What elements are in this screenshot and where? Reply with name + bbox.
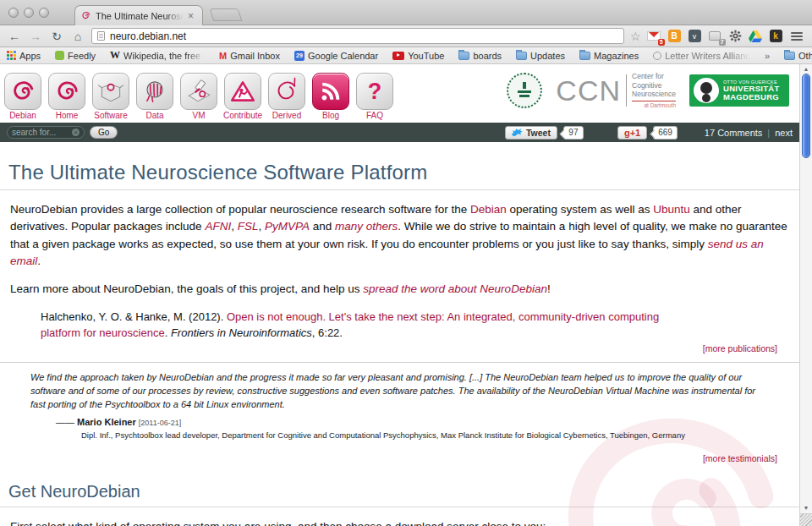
bookmark-label: Other Bookmarks (798, 51, 812, 61)
google-plus-one-button[interactable]: g+1 (617, 126, 647, 140)
window-minimize-button[interactable] (24, 8, 34, 18)
home-icon[interactable]: ⌂ (70, 30, 85, 42)
bookmark-folder-boards[interactable]: boards (458, 51, 502, 61)
intro-paragraph: NeuroDebian provides a large collection … (10, 201, 787, 270)
other-bookmarks-folder[interactable]: Other Bookmarks (784, 51, 812, 61)
nav-item-data[interactable]: Data (134, 73, 175, 120)
bookmark-star-icon[interactable]: ☆ (630, 30, 641, 43)
scrollbar-thumb[interactable] (802, 74, 810, 158)
nav-label: VM (193, 111, 206, 120)
tweet-button[interactable]: Tweet (505, 126, 557, 140)
back-icon[interactable]: ← (7, 30, 22, 42)
reload-icon[interactable]: ↻ (49, 30, 64, 42)
forward-icon[interactable]: → (28, 30, 43, 42)
vm-syringe-icon (180, 73, 217, 110)
bookmark-gmail[interactable]: M Gmail Inbox (219, 51, 280, 61)
browser-tab[interactable]: The Ultimate Neuroscience × (74, 5, 203, 25)
nav-item-contribute[interactable]: Contribute (222, 73, 263, 120)
testimonial-name: Mario Kleiner (77, 417, 136, 427)
scroll-down-icon[interactable]: ▼ (800, 505, 812, 511)
google-drive-extension-icon[interactable] (749, 29, 763, 43)
bookmark-label: Apps (19, 51, 41, 61)
testimonial-affiliation: Dipl. Inf., Psychtoolbox lead developer,… (81, 430, 799, 440)
window-zoom-button[interactable] (39, 8, 49, 18)
many-others-link[interactable]: many others (335, 220, 398, 233)
bookmarks-overflow-chevron[interactable]: » (765, 51, 770, 61)
folder-icon (579, 52, 590, 60)
ccn-divider (626, 74, 627, 107)
nav-item-faq[interactable]: ? FAQ (354, 73, 395, 120)
blogger-extension-icon[interactable]: B (667, 29, 682, 43)
bookmark-label: Google Calendar (308, 51, 378, 61)
next-link[interactable]: next (775, 128, 793, 138)
site-search[interactable]: × (7, 126, 85, 139)
more-publications-link[interactable]: [more publications] (0, 343, 777, 353)
fsl-link[interactable]: FSL (238, 220, 259, 233)
learn-paragraph: Learn more about NeuroDebian, the goals … (10, 281, 787, 298)
ring-icon (653, 52, 661, 60)
site-nav: Debian Home Software Data VM Contribute (3, 73, 395, 120)
apps-grid-icon (7, 51, 16, 60)
gmail-extension-icon[interactable]: 5 (647, 29, 661, 43)
rss-icon (312, 73, 349, 110)
gear-icon[interactable] (728, 29, 743, 43)
address-bar[interactable]: neuro.debian.net (91, 28, 624, 44)
afni-link[interactable]: AFNI (205, 220, 231, 233)
window-resize-grip[interactable] (800, 513, 812, 526)
tab-close-icon[interactable]: × (188, 11, 194, 21)
more-testimonials-link[interactable]: [more testimonials] (0, 453, 777, 463)
pymvpa-link[interactable]: PyMVPA (265, 220, 310, 233)
bookmark-label: Feedly (68, 51, 96, 61)
folder-icon (516, 52, 527, 60)
page-scrollbar[interactable]: ▲ ▼ (799, 64, 812, 526)
search-input[interactable] (12, 128, 69, 137)
magdeburg-university-logo: OTTO VON GUERICKE UNIVERSITÄT MAGDEBURG (689, 74, 789, 107)
bookmark-calendar[interactable]: 29 Google Calendar (294, 51, 378, 61)
bookmark-feedly[interactable]: Feedly (55, 51, 96, 61)
bookmark-letter-writers[interactable]: Letter Writers Allianc (653, 51, 750, 61)
gmail-badge: 5 (658, 39, 665, 46)
bookmark-youtube[interactable]: YouTube (392, 51, 444, 61)
nav-item-software[interactable]: Software (91, 73, 131, 120)
comments-link[interactable]: 17 Comments (705, 128, 762, 138)
yarn-ball-icon (136, 73, 173, 110)
nav-item-debian[interactable]: Debian (3, 73, 43, 120)
nav-item-home[interactable]: Home (47, 73, 87, 120)
main-content: The Ultimate Neuroscience Software Platf… (0, 142, 799, 526)
testimonial-quote: We find the approach taken by NeuroDebia… (30, 371, 762, 412)
url-text[interactable]: neuro.debian.net (110, 30, 186, 42)
debian-link[interactable]: Debian (470, 203, 507, 216)
calendar-icon: 29 (294, 51, 304, 61)
get-neurodebian-heading: Get NeuroDebian (0, 480, 799, 507)
ubuntu-link[interactable]: Ubuntu (653, 203, 690, 216)
divider (0, 362, 799, 363)
chrome-menu-icon[interactable] (789, 30, 804, 42)
spread-word-link[interactable]: spread the word about NeuroDebian (363, 282, 547, 295)
scroll-up-icon[interactable]: ▲ (800, 66, 812, 72)
bookmark-folder-updates[interactable]: Updates (516, 51, 565, 61)
citation: Halchenko, Y. O. & Hanke, M. (2012). Ope… (41, 310, 698, 342)
question-mark-icon: ? (356, 73, 393, 110)
window-titlebar: The Ultimate Neuroscience × (0, 0, 812, 25)
gmail-icon: M (219, 51, 227, 61)
nav-item-vm[interactable]: VM (178, 73, 219, 120)
feedly-icon (55, 51, 64, 60)
nav-label: Home (56, 111, 79, 120)
bookmark-wikipedia[interactable]: W Wikipedia, the free e (110, 49, 205, 62)
testimonial-date: [2011-06-21] (139, 419, 181, 427)
pocket-extension-icon[interactable]: v (688, 29, 702, 43)
testimonial-attribution: —— Mario Kleiner [2011-06-21] (56, 417, 799, 427)
ccn-acronym: CCN (556, 76, 621, 105)
partner-logos: CCN Center for Cognitive Neuroscience at… (507, 72, 789, 109)
bookmark-apps[interactable]: Apps (7, 51, 41, 61)
nav-item-derived[interactable]: Derived (266, 73, 307, 120)
nav-item-blog[interactable]: Blog (310, 73, 351, 120)
ccn-text: Center for Cognitive Neuroscience at Dar… (632, 72, 676, 109)
bookmark-folder-magazines[interactable]: Magazines (579, 51, 639, 61)
new-tab-button[interactable] (210, 8, 243, 21)
window-close-button[interactable] (8, 8, 19, 18)
search-go-button[interactable]: Go (90, 126, 118, 139)
tab-manager-extension-icon[interactable]: 7 (708, 29, 722, 43)
keep-extension-icon[interactable]: k (769, 29, 783, 43)
search-clear-icon[interactable]: × (72, 129, 80, 136)
